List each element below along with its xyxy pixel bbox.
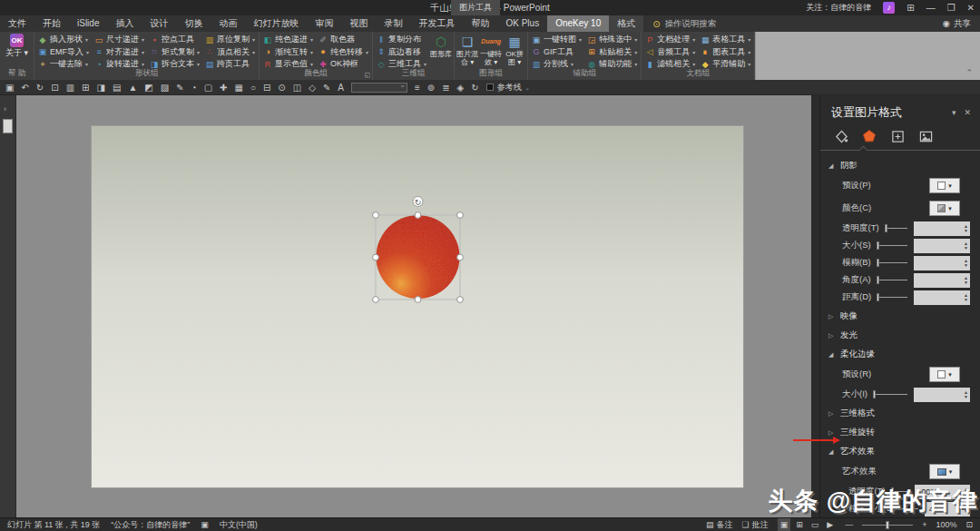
ribbon-button-特殊选中[interactable]: ◲特殊选中▾ [585, 34, 639, 45]
qat-icon-10[interactable]: ▨ [161, 80, 169, 95]
zoom-slider-thumb[interactable] [886, 521, 889, 529]
qat-icon-18[interactable]: ⊙ [278, 80, 285, 95]
about-button[interactable]: OK关于 ▾ [2, 34, 32, 70]
comments-button[interactable]: ❏ 批注 [742, 519, 769, 531]
qat-icon-20[interactable]: ◇ [309, 80, 316, 95]
slider-thumb[interactable] [873, 390, 876, 398]
qat-icon-6[interactable]: ◨ [96, 80, 104, 95]
ribbon-button-插入形状[interactable]: ◆插入形状▾ [36, 34, 91, 45]
spinbox-角度(A)[interactable]: ▲▼ [914, 273, 970, 288]
tab-切换[interactable]: 切换 [176, 15, 211, 32]
qat-icon-13[interactable]: ▢ [204, 80, 212, 95]
ribbon-button-矩式复制[interactable]: ⁙矩式复制▾ [148, 46, 201, 58]
section-header-发光[interactable]: ▷发光 [820, 327, 980, 344]
ribbon-button-渐纯互转[interactable]: ◑渐纯互转▾ [261, 46, 315, 58]
section-header-阴影[interactable]: ◢阴影 [820, 157, 980, 174]
ribbon-button-图表工具[interactable]: ∎图表工具▾ [699, 46, 752, 58]
ribbon-button-图形库[interactable]: ⬡图形库 [430, 34, 452, 70]
qat-icon-8[interactable]: ▲ [128, 80, 137, 95]
slide-number-indicator[interactable]: 幻灯片 第 11 张 , 共 19 张 [7, 519, 100, 531]
slider-角度(A)[interactable] [877, 280, 907, 280]
qat-icon-b0[interactable]: ≡ [415, 80, 420, 95]
tab-录制[interactable]: 录制 [376, 15, 410, 32]
qat-icon-19[interactable]: ◫ [293, 80, 301, 95]
section-header-映像[interactable]: ▷映像 [820, 308, 980, 325]
ribbon-button-GIF工具[interactable]: GGIF工具 [530, 46, 583, 58]
dialog-launcher-icon[interactable]: ◱ [364, 72, 370, 79]
tab-OK Plus[interactable]: OK Plus [497, 15, 547, 32]
tab-设计[interactable]: 设计 [142, 15, 176, 32]
ribbon-display-options-icon[interactable]: ⊞ [906, 3, 914, 13]
qat-icon-1[interactable]: ↶ [21, 80, 28, 95]
section-header-柔化边缘[interactable]: ◢柔化边缘 [820, 346, 980, 363]
qat-icon-2[interactable]: ↻ [36, 80, 44, 95]
pane-close-icon[interactable]: ✕ [964, 108, 971, 117]
rotation-handle[interactable]: ↻ [413, 197, 423, 208]
slider-模糊(B)[interactable] [877, 262, 907, 263]
ribbon-button-EMF导入[interactable]: ▣EMF导入▾ [36, 46, 91, 58]
qat-icon-12[interactable]: ◔ [191, 80, 197, 95]
language-indicator[interactable]: 中文(中国) [220, 519, 258, 531]
spinbox-模糊(B)[interactable]: ▲▼ [914, 256, 970, 270]
zoom-slider[interactable] [862, 525, 913, 526]
slide-mini-thumbnail[interactable] [3, 119, 13, 133]
section-header-三维格式[interactable]: ▷三维格式 [820, 405, 980, 422]
section-header-艺术效果[interactable]: ◢艺术效果 [820, 443, 980, 460]
slider-thumb[interactable] [877, 276, 879, 284]
slide-thumbnail-pane-collapsed[interactable]: › [0, 95, 16, 517]
tab-视图[interactable]: 视图 [341, 15, 376, 32]
slider-透明度(T)[interactable] [886, 228, 907, 229]
dropdown-button-预设(R)[interactable]: ▾ [929, 367, 960, 382]
ribbon-button-OK拼图[interactable]: ▦OK拼图 ▾ [504, 34, 525, 70]
tab-幻灯片放映[interactable]: 幻灯片放映 [245, 15, 307, 32]
spinbox-距离(D)[interactable]: ▲▼ [914, 290, 970, 305]
spin-arrows-icon[interactable]: ▲▼ [964, 290, 968, 305]
pane-dropdown-icon[interactable]: ▾ [952, 108, 956, 117]
ribbon-button-底边看移[interactable]: ⇕底边看移 [375, 46, 428, 58]
tab-动画[interactable]: 动画 [211, 15, 245, 32]
qat-icon-b2[interactable]: ≣ [442, 80, 449, 95]
slider-大小(S)[interactable] [877, 245, 907, 246]
qat-icon-16[interactable]: ○ [250, 80, 256, 95]
slider-thumb[interactable] [877, 241, 879, 250]
qat-icon-4[interactable]: ▥ [66, 80, 74, 95]
ribbon-button-一键特效[interactable]: Duang一键特效 ▾ [480, 34, 502, 70]
tab-文件[interactable]: 文件 [0, 15, 34, 32]
qat-icon-b1[interactable]: ⊚ [427, 80, 435, 95]
tab-插入[interactable]: 插入 [107, 15, 142, 32]
guides-toggle[interactable]: 参考线⌄ [486, 82, 530, 93]
dropdown-button-预设(P)[interactable]: ▾ [929, 178, 960, 193]
qat-icon-9[interactable]: ◩ [144, 80, 152, 95]
close-icon[interactable]: ✕ [967, 3, 975, 13]
spinbox-透明度(T)[interactable]: ▲▼ [914, 221, 970, 236]
dropdown-button-颜色(C)[interactable]: ▾ [929, 201, 960, 216]
dropdown-button-艺术效果[interactable]: ▾ [929, 464, 960, 479]
ribbon-button-对齐递进[interactable]: ≡对齐递进▾ [93, 46, 146, 58]
tab-帮助[interactable]: 帮助 [463, 15, 497, 32]
collapse-ribbon-icon[interactable]: ⌃ [965, 69, 973, 77]
selected-shape-overlay[interactable]: ↻ [347, 145, 492, 309]
notes-button[interactable]: ▤ 备注 [706, 519, 733, 531]
qat-icon-7[interactable]: ▤ [113, 80, 121, 95]
ribbon-button-文档处理[interactable]: P文档处理▾ [643, 34, 697, 45]
ribbon-button-复制分布[interactable]: ‖复制分布 [375, 34, 428, 45]
fit-slide-icon[interactable]: ⊡ [965, 520, 973, 529]
fill-line-tab-icon[interactable] [833, 128, 849, 144]
ribbon-button-纯色递进[interactable]: ◧纯色递进▾ [261, 34, 315, 45]
ribbon-button-音频工具[interactable]: ◁音频工具▾ [643, 46, 697, 58]
zoom-level[interactable]: 100% [936, 520, 956, 529]
minimize-icon[interactable]: — [926, 3, 936, 13]
spin-arrows-icon[interactable]: ▲▼ [964, 273, 968, 288]
view-icon-1[interactable]: ⊞ [793, 518, 806, 531]
tab-开始[interactable]: 开始 [34, 15, 69, 32]
zoom-in-button[interactable]: + [922, 520, 926, 529]
section-header-三维旋转[interactable]: ▷三维旋转 [820, 424, 980, 441]
qat-icon-5[interactable]: ⊞ [82, 80, 89, 95]
ribbon-button-一键转图[interactable]: ▣一键转图▾ [530, 34, 583, 45]
qat-icon-21[interactable]: ✎ [323, 80, 330, 95]
slider-距离(D)[interactable] [877, 297, 907, 298]
tab-开发工具[interactable]: 开发工具 [410, 15, 463, 32]
ribbon-button-原位复制[interactable]: ▥原位复制▾ [203, 34, 257, 45]
qat-icon-22[interactable]: A [338, 80, 344, 95]
spinbox-大小(I)[interactable]: ▲▼ [914, 388, 970, 402]
